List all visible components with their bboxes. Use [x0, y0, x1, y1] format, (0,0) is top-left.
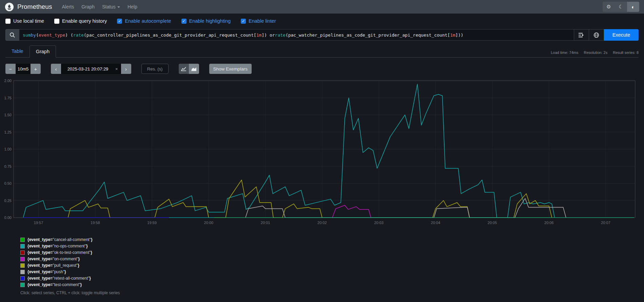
x-tick-label: 20:00 — [204, 221, 214, 225]
nav-item-status[interactable]: Status — [98, 4, 124, 9]
nav-item-help[interactable]: Help — [124, 4, 141, 9]
prometheus-logo-icon — [5, 2, 14, 12]
option-label: Enable highlighting — [189, 18, 231, 24]
option-enable-linter[interactable]: ✓Enable linter — [241, 18, 276, 24]
legend-item-push[interactable]: {event_type="push"} — [20, 269, 644, 274]
stacked-chart-icon — [191, 67, 197, 71]
range-input[interactable] — [16, 64, 31, 74]
query-bar: sum by (event_type) (rate(pac_controller… — [5, 29, 639, 41]
rewind-time-button[interactable]: ‹ — [51, 64, 61, 74]
line-chart-button[interactable] — [179, 64, 189, 74]
y-tick-label: 1.00 — [4, 147, 12, 151]
option-label: Enable autocomplete — [125, 18, 171, 24]
local-time-globe-button[interactable] — [589, 29, 604, 41]
checkbox-icon[interactable] — [5, 19, 11, 24]
legend-label: {event_type="no-ops-comment"} — [27, 244, 88, 248]
legend-swatch — [20, 276, 25, 281]
checkbox-icon[interactable]: ✓ — [241, 19, 246, 24]
legend-label: {event_type="pull_request"} — [27, 263, 79, 268]
resolution-input[interactable] — [141, 64, 169, 74]
query-token: 1m — [256, 33, 262, 38]
moon-button[interactable]: ☾ — [615, 2, 627, 12]
x-tick-label: 20:03 — [374, 221, 384, 225]
legend-label: {event_type="test-comment"} — [27, 282, 82, 287]
legend-label: {event_type="ok-to-test-comment"} — [27, 250, 92, 255]
legend-swatch — [20, 270, 25, 274]
x-tick-label: 20:07 — [601, 221, 610, 225]
checkbox-icon[interactable]: ✓ — [117, 19, 122, 24]
graph-legend: {event_type="cancel-all-comment"}{event_… — [0, 228, 644, 295]
query-token: ( — [36, 33, 39, 38]
forward-time-button[interactable]: › — [121, 64, 131, 74]
graph-panel: 0.000.250.500.751.001.251.501.752.0019:5… — [3, 78, 639, 228]
legend-label: {event_type="on-comment"} — [27, 257, 80, 261]
graph-canvas[interactable]: 0.000.250.500.751.001.251.501.752.0019:5… — [3, 78, 639, 228]
y-tick-label: 0.25 — [4, 199, 12, 203]
query-token: rate — [275, 33, 286, 38]
checkbox-icon[interactable]: ✓ — [181, 19, 187, 24]
chevron-down-icon — [117, 6, 120, 8]
x-tick-label: 20:01 — [261, 221, 270, 225]
legend-item-no-ops-comment[interactable]: {event_type="no-ops-comment"} — [20, 244, 644, 248]
x-tick-label: 19:58 — [91, 221, 100, 225]
legend-swatch — [20, 257, 25, 261]
tab-row: TableGraph Load time: 74msResolution: 2s… — [5, 45, 639, 58]
legend-item-on-comment[interactable]: {event_type="on-comment"} — [20, 257, 644, 261]
auto-contrast-button[interactable]: ◐ — [627, 2, 639, 12]
metrics-explorer-button[interactable] — [574, 29, 589, 41]
checkbox-icon[interactable] — [54, 19, 59, 24]
x-tick-label: 20:06 — [544, 221, 554, 225]
clear-time-icon[interactable]: × — [115, 66, 121, 72]
series-line-pull_request — [68, 180, 552, 218]
gear-button[interactable]: ⚙ — [603, 2, 615, 12]
brand-title: Prometheus — [17, 3, 52, 11]
datetime-input[interactable] — [61, 64, 115, 74]
option-label: Enable query history — [62, 18, 107, 24]
legend-item-test-comment[interactable]: {event_type="test-comment"} — [20, 282, 644, 287]
navbar: Prometheus AlertsGraphStatusHelp ⚙☾◐ — [0, 0, 644, 14]
query-token: rate — [73, 33, 84, 38]
execute-button[interactable]: Execute — [604, 29, 639, 41]
legend-swatch — [20, 283, 25, 287]
nav-item-alerts[interactable]: Alerts — [58, 4, 78, 9]
y-tick-label: 1.75 — [4, 96, 12, 100]
query-input[interactable]: sum by (event_type) (rate(pac_controller… — [19, 29, 574, 41]
option-enable-query-history[interactable]: Enable query history — [54, 18, 107, 24]
legend-swatch — [20, 238, 25, 242]
legend-swatch — [20, 244, 25, 248]
option-enable-highlighting[interactable]: ✓Enable highlighting — [181, 18, 231, 24]
stacked-chart-button[interactable] — [189, 64, 199, 74]
globe-icon — [593, 32, 599, 38]
line-chart-icon — [181, 67, 187, 71]
brand[interactable]: Prometheus — [5, 2, 52, 12]
tab-graph[interactable]: Graph — [30, 45, 56, 58]
legend-item-ok-to-test-comment[interactable]: {event_type="ok-to-test-comment"} — [20, 250, 644, 255]
increase-range-button[interactable]: + — [31, 64, 41, 74]
series-line-on-comment — [332, 205, 371, 218]
x-tick-label: 20:02 — [317, 221, 327, 225]
option-use-local-time[interactable]: Use local time — [5, 18, 44, 24]
y-tick-label: 1.50 — [4, 113, 12, 117]
legend-item-retest-all-comment[interactable]: {event_type="retest-all-comment"} — [20, 276, 644, 281]
option-label: Use local time — [13, 18, 44, 24]
search-icon — [9, 32, 15, 38]
show-exemplars-button[interactable]: Show Exemplars — [209, 64, 252, 74]
options-row: Use local timeEnable query history✓Enabl… — [0, 14, 644, 27]
query-token: ) ( — [65, 33, 73, 38]
query-token: ])) — [455, 33, 463, 38]
decrease-range-button[interactable]: − — [5, 64, 16, 74]
legend-item-cancel-all-comment[interactable]: {event_type="cancel-all-comment"} — [20, 237, 644, 242]
x-tick-label: 19:57 — [34, 221, 43, 225]
query-token: (pac_controller_pipelines_as_code_git_pr… — [84, 33, 256, 38]
series-line-push — [246, 198, 566, 218]
query-token: sum — [23, 33, 31, 38]
option-enable-autocomplete[interactable]: ✓Enable autocomplete — [117, 18, 171, 24]
tab-table[interactable]: Table — [5, 45, 30, 57]
x-tick-label: 20:05 — [488, 221, 497, 225]
theme-toggle-group: ⚙☾◐ — [603, 2, 639, 12]
stat-load-time: Load time: 74ms — [551, 51, 578, 55]
query-token: by — [31, 33, 36, 38]
legend-item-pull_request[interactable]: {event_type="pull_request"} — [20, 263, 644, 268]
nav-item-graph[interactable]: Graph — [78, 4, 98, 9]
legend-swatch — [20, 263, 25, 268]
